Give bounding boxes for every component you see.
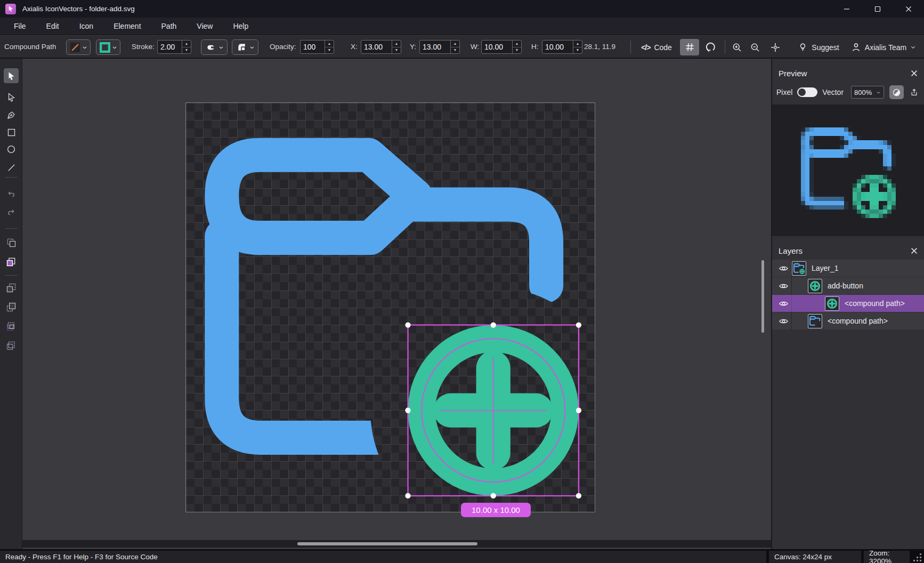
opacity-label: Opacity: — [270, 36, 296, 58]
group-shapes-button[interactable] — [4, 235, 19, 250]
menu-view[interactable]: View — [190, 22, 219, 30]
artboard[interactable]: 10.00 x 10.00 — [185, 102, 595, 512]
selection-size-badge: 10.00 x 10.00 — [461, 503, 531, 517]
menu-file[interactable]: File — [7, 22, 33, 30]
visibility-eye-icon[interactable] — [776, 263, 790, 274]
menu-edit[interactable]: Edit — [40, 22, 66, 30]
opacity-spinner[interactable]: ▲▼ — [300, 40, 334, 54]
fill-color-dropdown[interactable] — [96, 39, 120, 55]
suggest-button[interactable]: Suggest — [793, 39, 844, 55]
h-spinner[interactable]: ▲▼ — [542, 40, 582, 54]
grid-toggle-button[interactable] — [680, 39, 699, 55]
user-icon — [851, 42, 861, 52]
window-title: Axialis IconVectors - folder-add.svg — [22, 5, 135, 13]
preview-export-button[interactable] — [907, 85, 921, 99]
subtract-icon — [6, 302, 17, 312]
horizontal-scrollbar[interactable] — [22, 540, 771, 548]
layer-row-add-button[interactable]: add-button — [772, 277, 924, 294]
spin-down-button[interactable]: ▼ — [451, 47, 459, 54]
layer-label: <compound path> — [845, 299, 905, 308]
layers-close-button[interactable] — [911, 247, 918, 254]
select-tool[interactable] — [4, 68, 19, 83]
x-label: X: — [351, 36, 358, 58]
union-button[interactable] — [4, 280, 19, 295]
stroke-width-spinner[interactable]: ▲▼ — [157, 40, 191, 54]
vertical-scrollbar-thumb[interactable] — [761, 260, 764, 333]
chevron-down-icon — [82, 45, 87, 50]
spin-up-button[interactable]: ▲ — [513, 41, 521, 47]
zoom-out-icon — [750, 42, 760, 53]
exclude-icon — [6, 340, 17, 351]
spin-down-button[interactable]: ▼ — [182, 47, 191, 54]
menu-path[interactable]: Path — [155, 22, 183, 30]
x-input[interactable] — [361, 41, 392, 53]
canvas-area[interactable]: 10.00 x 10.00 — [22, 59, 771, 549]
exclude-button[interactable] — [4, 338, 19, 353]
window-resize-grip[interactable] — [913, 553, 923, 562]
spin-down-button[interactable]: ▼ — [573, 47, 582, 54]
stroke-width-input[interactable] — [158, 41, 182, 53]
code-button[interactable]: </> Code — [637, 39, 676, 55]
visibility-eye-icon[interactable] — [776, 299, 790, 309]
close-icon — [911, 247, 918, 254]
pixel-vector-toggle[interactable] — [797, 87, 817, 97]
cursor-arrow-icon — [7, 5, 14, 12]
spin-down-button[interactable]: ▼ — [392, 47, 401, 54]
rectangle-tool[interactable] — [4, 125, 19, 140]
spin-up-button[interactable]: ▲ — [573, 41, 582, 47]
spin-down-button[interactable]: ▼ — [513, 47, 521, 54]
intersect-icon — [6, 321, 17, 332]
horizontal-scrollbar-thumb[interactable] — [297, 542, 477, 545]
account-button[interactable]: Axialis Team — [847, 39, 920, 55]
visibility-eye-icon[interactable] — [776, 316, 790, 326]
center-view-button[interactable] — [766, 39, 785, 55]
spin-down-button[interactable]: ▼ — [325, 47, 334, 54]
rotate-view-button[interactable] — [701, 39, 720, 55]
stroke-color-dropdown[interactable] — [66, 39, 91, 55]
layer-row-layer1[interactable]: Layer_1 — [772, 260, 924, 277]
zoom-in-button[interactable] — [728, 39, 746, 55]
opacity-input[interactable] — [301, 41, 325, 53]
visibility-eye-icon[interactable] — [776, 281, 790, 291]
x-spinner[interactable]: ▲▼ — [361, 40, 401, 54]
undo-button[interactable] — [4, 187, 19, 202]
intersect-button[interactable] — [4, 319, 19, 334]
preview-zoom-dropdown[interactable]: 800% — [851, 86, 884, 99]
ellipse-tool[interactable] — [4, 142, 19, 157]
layer-row-compound-path-selected[interactable]: <compound path> — [772, 295, 924, 312]
spin-up-button[interactable]: ▲ — [325, 41, 334, 47]
chevron-down-icon — [218, 45, 224, 50]
redo-button[interactable] — [4, 205, 19, 220]
maximize-button[interactable] — [862, 0, 893, 18]
spin-up-button[interactable]: ▲ — [182, 41, 191, 47]
spin-up-button[interactable]: ▲ — [451, 41, 459, 47]
tool-palette — [0, 59, 22, 549]
layer-label: add-button — [828, 282, 863, 290]
stroke-join-dropdown[interactable] — [232, 39, 258, 55]
compound-path-button[interactable] — [4, 254, 19, 269]
direct-select-tool[interactable] — [4, 90, 19, 104]
minimize-button[interactable] — [831, 0, 862, 18]
preview-close-button[interactable] — [911, 70, 918, 77]
chevron-down-icon — [876, 90, 881, 95]
layer-thumbnail-folder — [808, 314, 822, 328]
y-input[interactable] — [420, 41, 450, 53]
w-spinner[interactable]: ▲▼ — [481, 40, 522, 54]
h-input[interactable] — [542, 41, 573, 53]
y-spinner[interactable]: ▲▼ — [419, 40, 460, 54]
menu-help[interactable]: Help — [226, 22, 255, 30]
right-panel: Preview Pixel Vector 800% — [771, 59, 924, 549]
layer-row-compound-path[interactable]: <compound path> — [772, 312, 924, 329]
w-input[interactable] — [482, 41, 512, 53]
pen-tool[interactable] — [4, 108, 19, 123]
cursor-coordinates: 28.1, 11.9 — [584, 36, 615, 58]
menu-icon[interactable]: Icon — [73, 22, 100, 30]
zoom-out-button[interactable] — [746, 39, 764, 55]
preview-background-button[interactable] — [889, 85, 904, 99]
menu-element[interactable]: Element — [107, 22, 147, 30]
spin-up-button[interactable]: ▲ — [392, 41, 401, 47]
stroke-cap-dropdown[interactable] — [201, 39, 228, 55]
close-button[interactable] — [893, 0, 924, 18]
subtract-button[interactable] — [4, 300, 19, 315]
line-tool[interactable] — [4, 160, 19, 175]
